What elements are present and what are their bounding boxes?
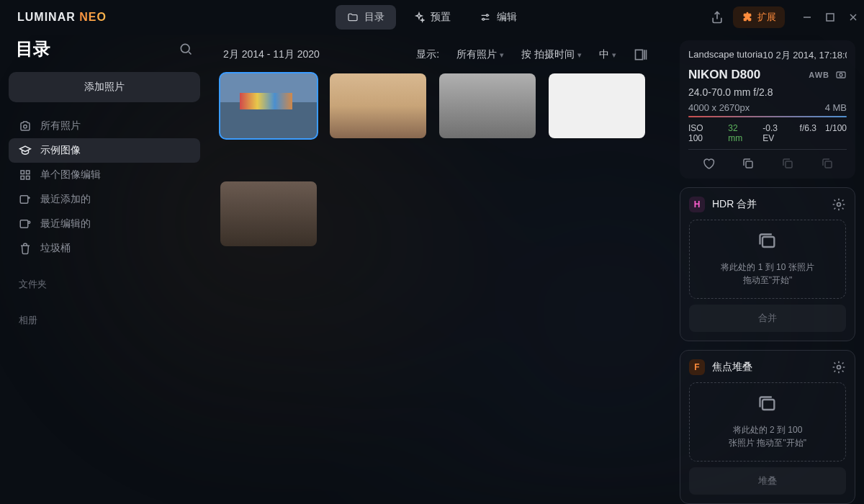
photo-grid: 2月 2014 - 11月 2020 显示: 所有照片▾ 按 拍摄时间▾ 中▾ bbox=[209, 35, 671, 504]
svg-point-1 bbox=[482, 18, 485, 20]
lens-info: 24.0-70.0 mm f/2.8 bbox=[688, 86, 847, 98]
thumbnail[interactable] bbox=[220, 73, 317, 138]
thumbnail[interactable] bbox=[439, 73, 536, 138]
svg-point-18 bbox=[837, 203, 841, 207]
metering-icon bbox=[835, 69, 847, 81]
sliders-icon bbox=[480, 12, 491, 23]
app-logo: LUMINAR NEO bbox=[6, 11, 107, 24]
folder-icon bbox=[347, 12, 359, 23]
hdr-merge-panel: H HDR 合并 将此处的 1 到 10 张照片拖动至"开始" 合并 bbox=[680, 187, 855, 341]
albums-section-label[interactable]: 相册 bbox=[9, 297, 200, 333]
window-maximize[interactable] bbox=[825, 12, 835, 22]
svg-point-0 bbox=[486, 14, 488, 17]
histogram-bar bbox=[688, 116, 847, 117]
filename: Landscape tutoria bbox=[688, 49, 762, 62]
extensions-button[interactable]: 扩展 bbox=[733, 6, 785, 28]
svg-rect-13 bbox=[837, 72, 845, 78]
graduation-icon bbox=[19, 144, 32, 157]
svg-rect-7 bbox=[21, 176, 24, 180]
exif-row: ISO 100 32 mm -0.3 EV f/6.3 1/100 bbox=[688, 123, 847, 143]
svg-rect-5 bbox=[21, 171, 24, 174]
window-minimize[interactable] bbox=[802, 12, 812, 22]
favorite-icon[interactable] bbox=[702, 157, 715, 170]
sidebar: 目录 添加照片 所有照片 示例图像 单个图像编辑 bbox=[0, 35, 209, 504]
hdr-logo-icon: H bbox=[689, 197, 705, 212]
photo-info-card: Landscape tutoria 10 2月 2014, 17:18:09 N… bbox=[680, 40, 855, 179]
svg-rect-12 bbox=[636, 50, 643, 59]
svg-rect-2 bbox=[827, 14, 834, 21]
svg-point-20 bbox=[837, 366, 841, 369]
focus-logo-icon: F bbox=[689, 359, 705, 375]
puzzle-icon bbox=[742, 12, 753, 23]
tab-edit[interactable]: 编辑 bbox=[468, 5, 528, 30]
gear-icon[interactable] bbox=[832, 360, 846, 374]
svg-rect-8 bbox=[27, 176, 30, 180]
dimensions: 4000 x 2670px bbox=[688, 102, 750, 113]
svg-point-14 bbox=[840, 73, 842, 76]
focus-stack-button[interactable]: 堆叠 bbox=[689, 467, 846, 495]
sidebar-item-single-edits[interactable]: 单个图像编辑 bbox=[9, 163, 200, 187]
images-icon bbox=[757, 232, 778, 252]
gear-icon[interactable] bbox=[832, 197, 846, 212]
stack-prev-icon[interactable] bbox=[781, 157, 794, 170]
hdr-dropzone[interactable]: 将此处的 1 到 10 张照片拖动至"开始" bbox=[689, 220, 846, 299]
clock-added-icon bbox=[19, 193, 32, 206]
sidebar-item-recently-added[interactable]: 最近添加的 bbox=[9, 187, 200, 212]
svg-rect-6 bbox=[27, 171, 30, 174]
thumbnail[interactable] bbox=[330, 73, 426, 138]
date-range[interactable]: 2月 2014 - 11月 2020 bbox=[223, 48, 320, 61]
svg-rect-9 bbox=[20, 196, 28, 204]
folders-section-label[interactable]: 文件夹 bbox=[9, 261, 200, 297]
svg-rect-19 bbox=[762, 237, 774, 247]
camera-model: NIKON D800 bbox=[688, 68, 760, 82]
hdr-merge-button[interactable]: 合并 bbox=[689, 305, 846, 332]
svg-point-11 bbox=[28, 221, 30, 223]
sidebar-item-all-photos[interactable]: 所有照片 bbox=[9, 114, 200, 138]
sidebar-item-sample-images[interactable]: 示例图像 bbox=[9, 138, 200, 163]
sidebar-title: 目录 bbox=[16, 37, 50, 60]
tab-catalog[interactable]: 目录 bbox=[336, 5, 396, 30]
svg-rect-16 bbox=[786, 161, 792, 168]
thumbnail[interactable] bbox=[549, 73, 645, 138]
camera-icon bbox=[19, 120, 32, 132]
grid-icon bbox=[19, 168, 32, 181]
thumb-size-dropdown[interactable]: 中▾ bbox=[599, 48, 616, 61]
sparkle-icon bbox=[413, 12, 425, 23]
share-icon[interactable] bbox=[710, 10, 724, 24]
focus-dropzone[interactable]: 将此处的 2 到 100张照片 拖动至"开始" bbox=[689, 382, 846, 462]
svg-point-3 bbox=[181, 44, 189, 53]
sort-dropdown[interactable]: 按 拍摄时间▾ bbox=[521, 48, 582, 61]
thumbnail[interactable] bbox=[220, 181, 317, 246]
window-close[interactable] bbox=[848, 12, 858, 22]
images-icon bbox=[757, 395, 778, 415]
add-photos-button[interactable]: 添加照片 bbox=[9, 72, 200, 102]
capture-datetime: 10 2月 2014, 17:18:09 bbox=[762, 49, 847, 62]
focus-stack-panel: F 焦点堆叠 将此处的 2 到 100张照片 拖动至"开始" 堆叠 bbox=[680, 350, 855, 504]
svg-point-4 bbox=[24, 125, 27, 129]
tab-presets[interactable]: 预置 bbox=[402, 5, 462, 30]
copy-icon[interactable] bbox=[742, 157, 755, 170]
awb-badge: AWB bbox=[809, 71, 829, 79]
svg-rect-17 bbox=[825, 161, 832, 168]
clock-edit-icon bbox=[19, 217, 32, 230]
show-dropdown[interactable]: 所有照片▾ bbox=[456, 48, 504, 61]
svg-rect-10 bbox=[20, 220, 28, 228]
show-label: 显示: bbox=[416, 48, 439, 61]
filesize: 4 MB bbox=[825, 102, 847, 113]
svg-rect-15 bbox=[746, 161, 752, 168]
svg-rect-21 bbox=[762, 400, 774, 410]
search-icon[interactable] bbox=[179, 42, 193, 56]
sidebar-item-trash[interactable]: 垃圾桶 bbox=[9, 236, 200, 261]
stack-next-icon[interactable] bbox=[821, 157, 834, 170]
view-toggle-icon[interactable] bbox=[634, 48, 648, 62]
trash-icon bbox=[19, 242, 32, 255]
sidebar-item-recently-edited[interactable]: 最近编辑的 bbox=[9, 212, 200, 236]
